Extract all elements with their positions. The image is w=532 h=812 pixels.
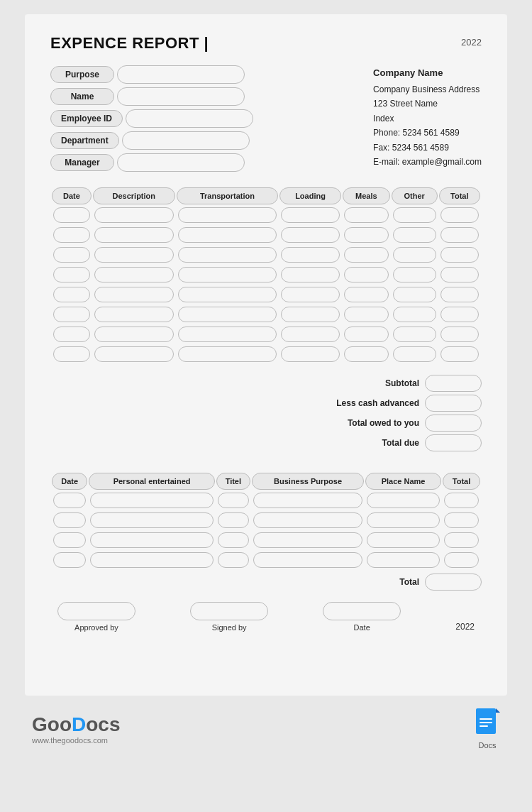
expense-input-box[interactable]: [393, 327, 436, 342]
name-row: Name: [50, 87, 253, 106]
expense-input-box[interactable]: [393, 267, 436, 282]
ent-input-box[interactable]: [253, 552, 362, 568]
expense-input-box[interactable]: [178, 267, 277, 282]
expense-input-box[interactable]: [178, 227, 277, 243]
department-input[interactable]: [122, 131, 250, 150]
ent-input-box[interactable]: [53, 532, 86, 548]
ent-input-box[interactable]: [444, 552, 479, 568]
manager-input[interactable]: [117, 153, 245, 172]
expense-input-box[interactable]: [440, 227, 479, 243]
ent-input-box[interactable]: [90, 532, 213, 548]
expense-input-box[interactable]: [94, 346, 174, 362]
expense-input-box[interactable]: [53, 307, 90, 322]
total-due-box[interactable]: [425, 434, 482, 451]
expense-input-box[interactable]: [281, 307, 340, 322]
expense-input-box[interactable]: [344, 346, 389, 362]
ent-input-box[interactable]: [53, 552, 86, 568]
expense-row: [52, 226, 480, 244]
expense-input-box[interactable]: [281, 227, 340, 243]
expense-input-box[interactable]: [281, 327, 340, 342]
ent-input-box[interactable]: [367, 512, 440, 528]
expense-input-box[interactable]: [344, 227, 389, 243]
expense-input-box[interactable]: [94, 307, 174, 322]
expense-input-box[interactable]: [440, 287, 479, 302]
ent-input-box[interactable]: [53, 493, 86, 508]
expense-input-box[interactable]: [393, 227, 436, 243]
expense-input-box[interactable]: [393, 307, 436, 322]
employee-id-input[interactable]: [126, 109, 253, 128]
less-cash-box[interactable]: [425, 395, 482, 412]
expense-input-box[interactable]: [53, 247, 90, 263]
expense-input-box[interactable]: [344, 287, 389, 302]
expense-input-box[interactable]: [440, 267, 479, 282]
ent-input-box[interactable]: [253, 532, 362, 548]
expense-input-box[interactable]: [344, 307, 389, 322]
expense-input-box[interactable]: [281, 267, 340, 282]
expense-input-box[interactable]: [53, 327, 90, 342]
expense-input-box[interactable]: [344, 207, 389, 223]
expense-input-box[interactable]: [53, 346, 90, 362]
docs-icon-svg: [475, 708, 500, 740]
date-box[interactable]: [323, 602, 401, 620]
expense-input-box[interactable]: [281, 346, 340, 362]
name-input[interactable]: [117, 87, 245, 106]
expense-input-box[interactable]: [178, 346, 277, 362]
expense-input-box[interactable]: [94, 327, 174, 342]
ent-input-box[interactable]: [218, 512, 249, 528]
expense-input-box[interactable]: [94, 287, 174, 302]
expense-input-box[interactable]: [53, 287, 90, 302]
ent-input-box[interactable]: [367, 493, 440, 508]
expense-input-box[interactable]: [281, 207, 340, 223]
ent-input-box[interactable]: [444, 493, 479, 508]
expense-input-box[interactable]: [393, 287, 436, 302]
ent-input-box[interactable]: [90, 493, 213, 508]
ent-total-box[interactable]: [425, 574, 482, 591]
expense-input-box[interactable]: [440, 207, 479, 223]
expense-input-box[interactable]: [94, 227, 174, 243]
ent-input-box[interactable]: [367, 552, 440, 568]
department-label: Department: [50, 132, 119, 149]
signed-by-box[interactable]: [190, 602, 268, 620]
expense-input-box[interactable]: [94, 207, 174, 223]
expense-input-box[interactable]: [393, 207, 436, 223]
ent-input-box[interactable]: [90, 552, 213, 568]
expense-input-box[interactable]: [440, 327, 479, 342]
expense-input-box[interactable]: [440, 346, 479, 362]
total-owed-box[interactable]: [425, 415, 482, 432]
ent-input-box[interactable]: [218, 532, 249, 548]
ent-input-box[interactable]: [218, 493, 249, 508]
expense-input-box[interactable]: [53, 267, 90, 282]
expense-input-box[interactable]: [344, 267, 389, 282]
expense-input-box[interactable]: [94, 267, 174, 282]
ent-input-box[interactable]: [253, 512, 362, 528]
ent-input-box[interactable]: [90, 512, 213, 528]
expense-input-box[interactable]: [94, 247, 174, 263]
expense-input-box[interactable]: [178, 247, 277, 263]
ent-input-box[interactable]: [253, 493, 362, 508]
expense-input-box[interactable]: [178, 287, 277, 302]
expense-input-box[interactable]: [393, 247, 436, 263]
expense-input-box[interactable]: [344, 247, 389, 263]
ent-input-box[interactable]: [444, 512, 479, 528]
expense-input-box[interactable]: [281, 287, 340, 302]
expense-input-box[interactable]: [344, 327, 389, 342]
purpose-input[interactable]: [117, 65, 245, 84]
expense-input-box[interactable]: [440, 247, 479, 263]
expense-input-box[interactable]: [281, 247, 340, 263]
expense-input-box[interactable]: [53, 227, 90, 243]
expense-input-box[interactable]: [178, 307, 277, 322]
subtotal-box[interactable]: [425, 375, 482, 392]
expense-input-box[interactable]: [178, 207, 277, 223]
approved-by-box[interactable]: [57, 602, 135, 620]
expense-input-box[interactable]: [53, 207, 90, 223]
expense-input-box[interactable]: [178, 327, 277, 342]
ent-input-box[interactable]: [444, 532, 479, 548]
ent-input-box[interactable]: [367, 532, 440, 548]
expense-input-box[interactable]: [440, 307, 479, 322]
expense-input-box[interactable]: [393, 346, 436, 362]
ent-col-titel: Titel: [216, 473, 250, 490]
brand-goo: Goo: [32, 713, 72, 735]
ent-input-box[interactable]: [53, 512, 86, 528]
ent-total-row: Total: [50, 574, 482, 591]
ent-input-box[interactable]: [218, 552, 249, 568]
